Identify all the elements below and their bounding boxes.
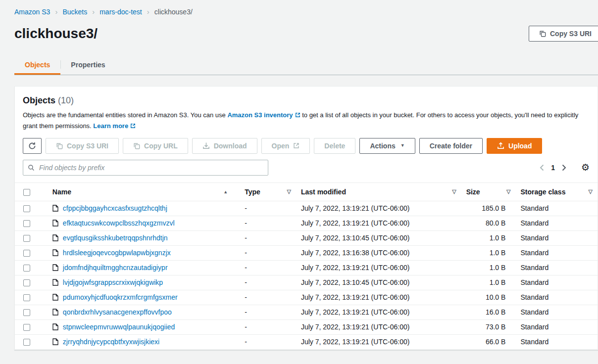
object-storage-class: Standard <box>515 290 598 305</box>
object-name-link[interactable]: lvjdjgojwfsgrappscrxixwjqkigwikp <box>63 278 163 286</box>
select-all-checkbox[interactable] <box>23 189 30 196</box>
objects-heading: Objects (10) <box>23 95 590 106</box>
objects-heading-label: Objects <box>23 95 55 105</box>
file-icon <box>52 249 58 256</box>
current-page-number[interactable]: 1 <box>551 164 555 172</box>
object-type: - <box>240 319 296 334</box>
open-button[interactable]: Open <box>261 138 310 154</box>
row-checkbox[interactable] <box>23 235 30 242</box>
object-storage-class: Standard <box>515 260 598 275</box>
actions-dropdown-button[interactable]: Actions ▼ <box>359 138 415 154</box>
file-icon <box>52 279 58 286</box>
row-checkbox[interactable] <box>23 294 30 301</box>
learn-more-link[interactable]: Learn more <box>93 122 136 130</box>
delete-button[interactable]: Delete <box>314 138 355 154</box>
row-checkbox[interactable] <box>23 309 30 316</box>
table-row: pdumoxyhjcdfuoqkrzxmfcrgmfgsxmer - July … <box>15 290 598 305</box>
row-checkbox[interactable] <box>23 205 30 212</box>
breadcrumb-link-buckets[interactable]: Buckets <box>62 8 87 16</box>
page-header: clickhouse3/ Copy S3 URI <box>0 16 598 42</box>
sort-toggle-icon[interactable]: ▽ <box>506 188 510 195</box>
tab-properties[interactable]: Properties <box>60 54 115 75</box>
row-checkbox[interactable] <box>23 250 30 257</box>
copy-s3-uri-header-button[interactable]: Copy S3 URI <box>529 26 598 42</box>
previous-page-button[interactable] <box>540 164 544 171</box>
column-label-size: Size <box>466 188 480 196</box>
file-icon <box>52 264 58 271</box>
object-name-link[interactable]: evgtlqusgiksshkubetrqqpshnrhdtjn <box>63 234 168 242</box>
copy-url-button[interactable]: Copy URL <box>123 138 188 154</box>
object-storage-class: Standard <box>515 305 598 319</box>
column-header-name[interactable]: Name ▲ <box>48 182 240 201</box>
copy-s3-uri-button[interactable]: Copy S3 URI <box>46 138 119 154</box>
object-size: 1.0 B <box>461 275 516 290</box>
table-header-row: Name ▲ Type ▽ Last modified ▽ <box>15 182 598 201</box>
objects-description: Objects are the fundamental entities sto… <box>23 110 585 132</box>
object-name-link[interactable]: hrdlsleegjoqevcogbpwlapwbjxgnzjx <box>63 249 171 257</box>
download-button[interactable]: Download <box>192 138 257 154</box>
object-storage-class: Standard <box>515 245 598 260</box>
external-link-icon <box>295 111 300 121</box>
object-last-modified: July 7, 2022, 13:16:38 (UTC-06:00) <box>296 245 461 260</box>
chevron-right-icon: › <box>55 7 57 16</box>
object-last-modified: July 7, 2022, 13:19:21 (UTC-06:00) <box>296 290 461 305</box>
upload-button[interactable]: Upload <box>487 138 542 154</box>
description-text-1: Objects are the fundamental entities sto… <box>23 111 227 119</box>
object-storage-class: Standard <box>515 334 598 349</box>
object-name-link[interactable]: stpnwcleepmvruwwqlpaunukjqogiied <box>63 323 175 331</box>
table-row: efktaqtucswkcowpclbsszhqxgzmvzvl - July … <box>15 216 598 230</box>
sort-toggle-icon[interactable]: ▽ <box>589 188 593 195</box>
table-row: jdomfndjhquiltmgghcnzautadigiypr - July … <box>15 260 598 275</box>
object-type: - <box>240 260 296 275</box>
tab-objects[interactable]: Objects <box>14 54 60 75</box>
object-size: 1.0 B <box>461 245 516 260</box>
create-folder-button[interactable]: Create folder <box>419 138 483 154</box>
row-checkbox[interactable] <box>23 220 30 227</box>
object-size: 10.0 B <box>461 290 516 305</box>
column-label-type: Type <box>245 188 260 196</box>
sort-toggle-icon[interactable]: ▽ <box>287 188 291 195</box>
column-header-last-modified[interactable]: Last modified ▽ <box>296 182 461 201</box>
preferences-gear-icon[interactable]: ⚙ <box>581 163 590 172</box>
external-link-icon <box>130 122 136 132</box>
sort-ascending-icon[interactable]: ▲ <box>223 189 235 194</box>
next-page-button[interactable] <box>562 164 566 171</box>
sort-toggle-icon[interactable]: ▽ <box>452 188 456 195</box>
object-name-link[interactable]: jdomfndjhquiltmgghcnzautadigiypr <box>63 264 168 272</box>
objects-panel: Objects (10) Objects are the fundamental… <box>14 86 598 350</box>
search-icon <box>28 164 35 173</box>
amazon-s3-inventory-link[interactable]: Amazon S3 inventory <box>227 111 300 119</box>
row-checkbox[interactable] <box>23 339 30 346</box>
object-last-modified: July 7, 2022, 13:19:21 (UTC-06:00) <box>296 334 461 349</box>
column-label-storage-class: Storage class <box>520 188 565 196</box>
object-size: 1.0 B <box>461 230 516 245</box>
breadcrumb-link-amazon-s3[interactable]: Amazon S3 <box>14 8 50 16</box>
breadcrumb-link-mars-doc-test[interactable]: mars-doc-test <box>100 8 142 16</box>
table-row: zjrryqhdnjycypcqbtfxyxwjisjkiexi - July … <box>15 334 598 349</box>
object-type: - <box>240 245 296 260</box>
column-header-storage-class[interactable]: Storage class ▽ <box>515 182 598 201</box>
object-name-link[interactable]: pdumoxyhjcdfuoqkrzxmfcrgmfgsxmer <box>63 293 178 301</box>
object-size: 185.0 B <box>461 201 516 216</box>
column-header-size[interactable]: Size ▽ <box>461 182 516 201</box>
search-input[interactable] <box>23 160 268 176</box>
row-checkbox[interactable] <box>23 324 30 331</box>
object-name-link[interactable]: efktaqtucswkcowpclbsszhqxgzmvzvl <box>63 219 175 227</box>
tab-bar: Objects Properties <box>14 54 598 75</box>
object-name-link[interactable]: zjrryqhdnjycypcqbtfxyxwjisjkiexi <box>63 338 159 346</box>
object-last-modified: July 7, 2022, 13:19:21 (UTC-06:00) <box>296 201 461 216</box>
object-name-link[interactable]: qonbrdxrhlvysanacgenexpffovvfpoo <box>63 308 172 316</box>
objects-table: Name ▲ Type ▽ Last modified ▽ <box>15 182 598 350</box>
object-storage-class: Standard <box>515 201 598 216</box>
object-last-modified: July 7, 2022, 13:19:21 (UTC-06:00) <box>296 260 461 275</box>
object-name-link[interactable]: cfppcjbbggayhcxcasfxsugtzhcqlthj <box>63 204 167 212</box>
copy-icon <box>56 142 63 149</box>
breadcrumb-current-clickhouse3: clickhouse3/ <box>154 8 193 16</box>
copy-icon <box>539 30 546 37</box>
row-checkbox[interactable] <box>23 265 30 272</box>
column-header-type[interactable]: Type ▽ <box>240 182 296 201</box>
object-type: - <box>240 290 296 305</box>
row-checkbox[interactable] <box>23 279 30 286</box>
column-label-name: Name <box>52 188 71 196</box>
refresh-button[interactable] <box>23 138 42 154</box>
